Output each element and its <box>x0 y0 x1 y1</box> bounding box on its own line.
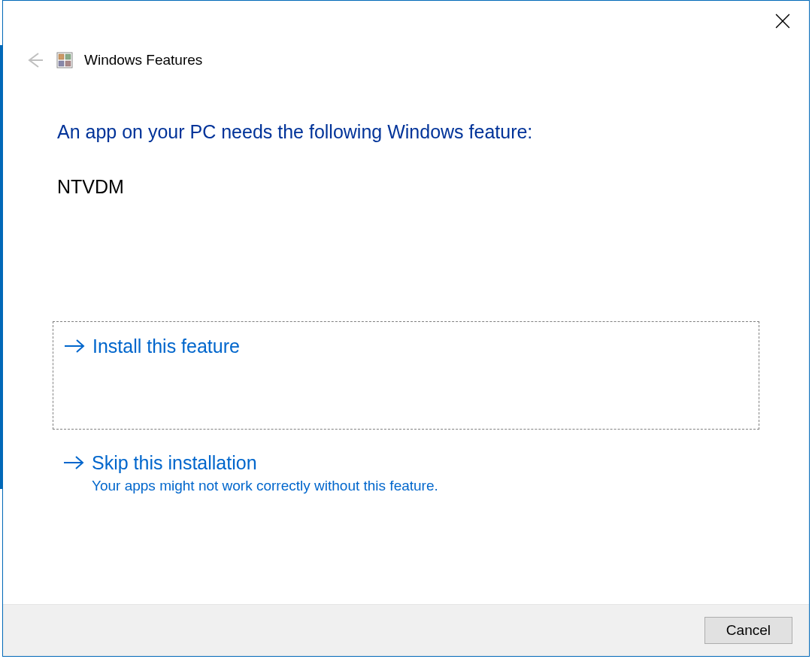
install-option-title-row: Install this feature <box>65 334 747 358</box>
content-heading: An app on your PC needs the following Wi… <box>57 121 755 143</box>
arrow-right-icon <box>62 451 86 475</box>
install-option[interactable]: Install this feature <box>53 321 759 430</box>
dialog-footer: Cancel <box>3 604 809 656</box>
windows-features-dialog: Windows Features An app on your PC needs… <box>2 0 810 657</box>
close-button[interactable] <box>773 11 792 31</box>
svg-rect-5 <box>65 54 71 59</box>
window-title: Windows Features <box>84 52 202 68</box>
back-arrow-icon <box>23 50 44 71</box>
dialog-header: Windows Features <box>3 1 809 73</box>
feature-name: NTVDM <box>57 176 755 198</box>
back-button <box>21 47 47 73</box>
skip-option-label: Skip this installation <box>92 452 257 474</box>
install-option-label: Install this feature <box>92 336 240 357</box>
close-icon <box>775 14 790 29</box>
svg-rect-7 <box>65 61 71 66</box>
skip-option-title-row: Skip this installation <box>65 451 747 475</box>
arrow-right-icon <box>62 334 86 358</box>
skip-option[interactable]: Skip this installation Your apps might n… <box>53 439 759 506</box>
skip-option-subtitle: Your apps might not work correctly witho… <box>92 478 747 494</box>
dialog-content: An app on your PC needs the following Wi… <box>3 73 809 604</box>
windows-features-icon <box>56 51 74 69</box>
svg-rect-4 <box>59 54 64 59</box>
svg-rect-6 <box>59 61 64 66</box>
cancel-button[interactable]: Cancel <box>704 617 792 644</box>
